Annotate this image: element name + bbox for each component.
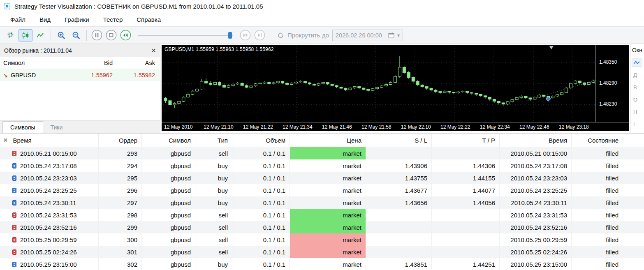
cell-volume: 0.1 / 0.1 bbox=[232, 147, 290, 159]
order-row-294[interactable]: 2010.05.24 23:17:08294gbpusdbuy0.1 / 0.1… bbox=[0, 159, 644, 172]
tab-ticks[interactable]: Тики bbox=[43, 121, 70, 133]
cell-state: filled bbox=[572, 209, 623, 221]
cell-volume: 0.1 / 0.1 bbox=[232, 246, 290, 258]
speed-slider[interactable] bbox=[138, 31, 233, 40]
order-row-301[interactable]: 2010.05.25 02:24:26301gbpusdsell0.1 / 0.… bbox=[0, 246, 644, 258]
cell-tp bbox=[432, 246, 500, 258]
cell-price: market bbox=[290, 184, 366, 196]
time-axis-label: 12 May 22:34 bbox=[480, 124, 510, 130]
cell-time: 2010.05.24 23:52:16 bbox=[0, 221, 99, 233]
window-title: Strategy Tester Visualization : СОВЕТНИК… bbox=[14, 3, 263, 10]
chart-widget[interactable]: GBPUSD,M1 1.55959 1.55963 1.55958 1.5596… bbox=[162, 45, 629, 131]
cell-symbol: gbpusd bbox=[142, 233, 195, 246]
column-header-ask[interactable]: Ask bbox=[117, 57, 160, 69]
cell-type: buy bbox=[195, 258, 232, 270]
data-window-panel: Окн ДВOHL bbox=[630, 44, 644, 133]
order-row-293[interactable]: 2010.05.21 00:15:00293gbpusdsell0.1 / 0.… bbox=[0, 147, 644, 159]
cell-volume: 0.1 / 0.1 bbox=[232, 196, 290, 209]
cell-tp: 1.44155 bbox=[432, 172, 500, 184]
menu-item-tester[interactable]: Тестер bbox=[96, 13, 130, 26]
orders-column-header-2[interactable]: Символ bbox=[142, 134, 195, 147]
symbol-row[interactable]: ↘ GBPUSD 1.55962 1.55982 bbox=[0, 69, 160, 81]
cell-price: market bbox=[290, 233, 366, 246]
column-header-symbol[interactable]: Символ bbox=[0, 57, 80, 69]
orders-column-header-7[interactable]: T / P bbox=[432, 134, 500, 147]
line-chart-button[interactable] bbox=[33, 29, 47, 42]
market-watch-close-button[interactable]: × bbox=[151, 46, 156, 54]
zoom-in-button[interactable] bbox=[54, 29, 68, 42]
data-window-chart-button[interactable] bbox=[632, 58, 642, 67]
orders-column-header-5[interactable]: Цена bbox=[290, 134, 366, 147]
slider-track[interactable] bbox=[138, 35, 233, 36]
order-time-text: 2010.05.21 00:15:00 bbox=[20, 150, 77, 157]
orders-table-body: 2010.05.21 00:15:00293gbpusdsell0.1 / 0.… bbox=[0, 147, 644, 270]
order-row-296[interactable]: 2010.05.24 23:25:25296gbpusdbuy0.1 / 0.1… bbox=[0, 184, 644, 196]
scroll-to-icon bbox=[277, 32, 285, 39]
price-axis[interactable]: 1.483501.482901.48230 bbox=[595, 45, 629, 122]
skip-to-end-button[interactable] bbox=[254, 30, 265, 41]
orders-header-filler bbox=[623, 134, 644, 147]
order-row-300[interactable]: 2010.05.25 00:29:59300gbpusdsell0.1 / 0.… bbox=[0, 233, 644, 246]
time-axis-label: 12 May 22:46 bbox=[519, 124, 549, 130]
market-watch-header: Обзор рынка : 2011.01.04 × bbox=[0, 44, 160, 57]
buy-order-icon bbox=[12, 175, 16, 181]
menu-item-help[interactable]: Справка bbox=[130, 13, 168, 26]
rewind-button[interactable] bbox=[120, 30, 131, 41]
app-icon bbox=[3, 2, 11, 10]
order-row-295[interactable]: 2010.05.24 23:23:03295gbpusdbuy0.1 / 0.1… bbox=[0, 172, 644, 184]
scroll-date-input[interactable]: 2026.02.26 00:00 ▾ bbox=[332, 30, 403, 41]
cell-tp: 1.44077 bbox=[432, 184, 500, 196]
sell-order-icon bbox=[12, 212, 16, 218]
price-axis-label: 1.48290 bbox=[599, 80, 617, 86]
cell-tp: 1.44306 bbox=[432, 159, 500, 172]
cell-filler bbox=[623, 159, 644, 172]
order-row-298[interactable]: 2010.05.24 23:31:53298gbpusdsell0.1 / 0.… bbox=[0, 209, 644, 221]
main-area: Обзор рынка : 2011.01.04 × Символ Bid As… bbox=[0, 44, 644, 133]
orders-column-header-8[interactable]: Время bbox=[500, 134, 572, 147]
pause-button[interactable] bbox=[91, 30, 102, 41]
pause-icon bbox=[91, 30, 102, 41]
cell-volume: 0.1 / 0.1 bbox=[232, 172, 290, 184]
cell-price: market bbox=[290, 147, 366, 159]
buy-order-icon bbox=[12, 188, 16, 193]
orders-close-button[interactable]: × bbox=[3, 136, 8, 144]
cell-sl bbox=[366, 233, 432, 246]
sell-order-icon bbox=[12, 151, 16, 156]
time-axis-label: 12 May 22:22 bbox=[440, 124, 470, 130]
candlestick-chart-button[interactable] bbox=[19, 29, 32, 42]
time-axis-label: 12 May 22:10 bbox=[401, 124, 431, 130]
cell-type: buy bbox=[195, 172, 232, 184]
cell-order: 294 bbox=[99, 159, 142, 172]
time-axis-label: 12 May 2010 bbox=[164, 124, 192, 130]
orders-column-header-0[interactable]: ×Время bbox=[0, 134, 99, 147]
cell-symbol: gbpusd bbox=[142, 196, 195, 209]
cell-sl: 1.43851 bbox=[366, 258, 432, 270]
bar-chart-button[interactable] bbox=[4, 29, 18, 42]
menu-item-charts[interactable]: Графики bbox=[58, 13, 96, 26]
orders-column-header-6[interactable]: S / L bbox=[366, 134, 432, 147]
dropdown-caret-icon[interactable]: ▾ bbox=[397, 32, 400, 38]
column-header-bid[interactable]: Bid bbox=[80, 57, 117, 69]
orders-column-header-4[interactable]: Объем bbox=[232, 134, 290, 147]
orders-column-header-1[interactable]: Ордер bbox=[99, 134, 142, 147]
cell-price: market bbox=[290, 246, 366, 258]
chart-ohlc-header: GBPUSD,M1 1.55959 1.55963 1.55958 1.5596… bbox=[164, 46, 274, 52]
menu-item-file[interactable]: Файл bbox=[3, 13, 32, 26]
chart-plot-svg[interactable] bbox=[162, 45, 595, 122]
orders-column-header-9[interactable]: Состояние bbox=[572, 134, 623, 147]
cell-symbol: gbpusd bbox=[142, 258, 195, 270]
orders-column-header-3[interactable]: Тип bbox=[195, 134, 232, 147]
menu-item-view[interactable]: Вид bbox=[32, 13, 58, 26]
time-axis[interactable]: 12 May 201012 May 21:1012 May 21:2212 Ma… bbox=[162, 122, 629, 131]
order-row-302[interactable]: 2010.05.25 23:15:00302gbpusdbuy0.1 / 0.1… bbox=[0, 258, 644, 270]
order-row-297[interactable]: 2010.05.24 23:30:11297gbpusdbuy0.1 / 0.1… bbox=[0, 196, 644, 209]
zoom-out-button[interactable] bbox=[69, 29, 83, 42]
slider-thumb[interactable] bbox=[228, 32, 232, 39]
cell-sl bbox=[366, 221, 432, 233]
stop-button[interactable] bbox=[106, 30, 117, 41]
cell-type: sell bbox=[195, 209, 232, 221]
fast-forward-button[interactable] bbox=[240, 30, 251, 41]
data-window-title: Окн bbox=[630, 47, 644, 53]
order-row-299[interactable]: 2010.05.24 23:52:16299gbpusdsell0.1 / 0.… bbox=[0, 221, 644, 233]
tab-symbols[interactable]: Символы bbox=[2, 121, 43, 133]
